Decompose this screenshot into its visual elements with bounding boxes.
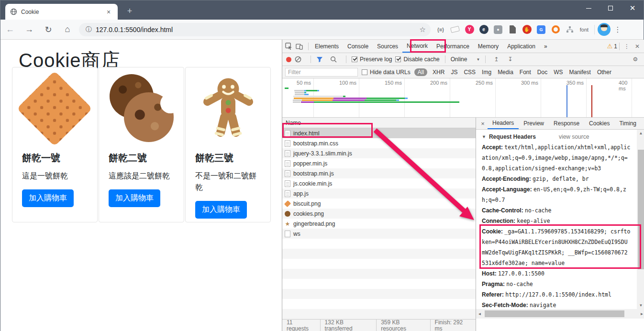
detail-close-icon[interactable]: × bbox=[478, 120, 488, 127]
filter-type-css[interactable]: CSS bbox=[463, 69, 477, 76]
filter-type-img[interactable]: Img bbox=[481, 69, 492, 76]
request-row-app.js[interactable]: app.js bbox=[282, 188, 476, 199]
hide-data-urls-toggle[interactable]: Hide data URLs bbox=[362, 69, 411, 76]
tab-memory[interactable]: Memory bbox=[474, 40, 503, 53]
disable-cache-checkbox[interactable] bbox=[395, 56, 401, 62]
devtools-menu-icon[interactable]: ⋮ bbox=[622, 43, 632, 50]
more-tabs-chevron[interactable]: » bbox=[540, 40, 552, 53]
request-row-bootstrap.min.js[interactable]: bootstrap.min.js bbox=[282, 168, 476, 178]
tab-elements[interactable]: Elements bbox=[311, 40, 343, 53]
preserve-log-checkbox[interactable] bbox=[352, 56, 357, 62]
address-bar[interactable]: ⓘ 127.0.0.1:5500/index.html ☆ bbox=[79, 23, 431, 36]
request-row-cookies.png[interactable]: cookies.png bbox=[282, 209, 476, 219]
filter-type-xhr[interactable]: XHR bbox=[432, 69, 445, 76]
filter-icon[interactable] bbox=[316, 56, 327, 63]
device-toolbar-icon[interactable] bbox=[296, 43, 306, 50]
filter-input[interactable] bbox=[285, 68, 358, 77]
navy-circle-extension-icon[interactable]: e bbox=[477, 23, 491, 36]
filter-type-all[interactable]: All bbox=[414, 68, 427, 76]
sitemap-extension-icon[interactable] bbox=[563, 23, 577, 36]
tab-network[interactable]: Network bbox=[402, 40, 432, 53]
home-icon[interactable]: ⌂ bbox=[58, 24, 77, 34]
shortcuts-extension-icon[interactable]: {≡} bbox=[433, 23, 448, 36]
devtools-close-icon[interactable]: ✕ bbox=[632, 43, 643, 50]
pink-circle-extension-icon[interactable]: Y bbox=[462, 23, 477, 36]
document-extension-icon[interactable] bbox=[505, 23, 520, 36]
maximize-button[interactable] bbox=[600, 0, 622, 16]
request-headers-section[interactable]: ▼ Request Headers view source bbox=[482, 133, 631, 140]
request-row-bootstrap.min.css[interactable]: bootstrap.min.css bbox=[282, 138, 476, 148]
adblock-hand-extension-icon[interactable]: ✋ bbox=[520, 23, 534, 36]
export-har-icon[interactable]: ↧ bbox=[505, 56, 515, 63]
reload-icon[interactable]: ↻ bbox=[39, 24, 58, 35]
waterfall-bar bbox=[317, 90, 319, 91]
back-icon[interactable]: ← bbox=[0, 24, 20, 34]
site-info-icon[interactable]: ⓘ bbox=[86, 25, 92, 34]
hide-data-urls-checkbox[interactable] bbox=[362, 69, 367, 75]
network-overview-timeline[interactable]: 50 ms100 ms150 ms200 ms250 ms300 ms350 m… bbox=[282, 78, 644, 118]
request-row-jquery-3.3.1.slim.min.js[interactable]: jquery-3.3.1.slim.min.js bbox=[282, 148, 476, 158]
vertical-scrollbar[interactable]: ▲ ▼ bbox=[637, 130, 644, 309]
vertical-scroll-thumb[interactable] bbox=[638, 150, 644, 269]
add-to-cart-button[interactable]: 加入購物車 bbox=[109, 189, 160, 207]
collapse-arrow-icon[interactable]: ▼ bbox=[482, 134, 486, 139]
request-row-biscuit.png[interactable]: biscuit.png bbox=[282, 199, 476, 209]
add-to-cart-button[interactable]: 加入購物車 bbox=[22, 189, 74, 207]
add-to-cart-button[interactable]: 加入購物車 bbox=[195, 201, 247, 219]
network-settings-gear-icon[interactable]: ⚙ bbox=[630, 56, 641, 63]
close-button[interactable]: ✕ bbox=[622, 0, 644, 16]
filter-type-doc[interactable]: Doc bbox=[536, 69, 548, 76]
detail-tab-preview[interactable]: Preview bbox=[519, 118, 549, 129]
filter-type-other[interactable]: Other bbox=[596, 69, 612, 76]
scroll-down-icon[interactable]: ▼ bbox=[637, 302, 644, 309]
warning-badge[interactable]: ⚠ 1 bbox=[607, 43, 617, 50]
clear-icon[interactable] bbox=[295, 56, 305, 63]
request-row-ws[interactable]: ws bbox=[282, 229, 476, 239]
bookmark-icon[interactable]: ☆ bbox=[420, 25, 426, 34]
filter-type-js[interactable]: JS bbox=[450, 69, 458, 76]
scroll-left-icon[interactable]: ◄ bbox=[476, 312, 483, 316]
line-app-extension-icon[interactable]: ● bbox=[491, 23, 505, 36]
request-row-popper.min.js[interactable]: popper.min.js bbox=[282, 158, 476, 168]
filter-type-media[interactable]: Media bbox=[497, 69, 514, 76]
scroll-up-icon[interactable]: ▲ bbox=[637, 130, 644, 137]
scroll-right-icon[interactable]: ► bbox=[638, 312, 644, 316]
detail-tab-cookies[interactable]: Cookies bbox=[584, 118, 614, 129]
horizontal-scroll-thumb[interactable] bbox=[485, 310, 624, 317]
profile-avatar[interactable] bbox=[598, 23, 611, 36]
detail-tab-response[interactable]: Response bbox=[549, 118, 584, 129]
request-row-gingerbread.png[interactable]: ★gingerbread.png bbox=[282, 219, 476, 229]
detail-tab-timing[interactable]: Timing bbox=[614, 118, 641, 129]
view-source-link[interactable]: view source bbox=[559, 133, 589, 140]
tab-sources[interactable]: Sources bbox=[373, 40, 402, 53]
url-text[interactable]: 127.0.0.1:5500/index.html bbox=[96, 26, 420, 33]
ticket-extension-icon[interactable] bbox=[448, 23, 462, 36]
tab-close-icon[interactable]: × bbox=[104, 8, 113, 16]
new-tab-button[interactable]: + bbox=[124, 6, 135, 16]
forward-icon[interactable]: → bbox=[20, 24, 39, 34]
translate-extension-icon[interactable]: G bbox=[534, 23, 548, 36]
minimize-button[interactable] bbox=[577, 0, 600, 16]
inspect-element-icon[interactable] bbox=[285, 43, 296, 50]
font-tool-extension-icon[interactable]: font bbox=[577, 23, 591, 36]
record-icon[interactable] bbox=[286, 57, 291, 62]
preserve-log-toggle[interactable]: Preserve log bbox=[352, 56, 392, 63]
request-row-index.html[interactable]: index.html bbox=[282, 128, 476, 138]
filter-type-ws[interactable]: WS bbox=[553, 69, 564, 76]
throttling-dropdown[interactable]: Online ▼ bbox=[451, 56, 480, 63]
tab-application[interactable]: Application bbox=[503, 40, 540, 53]
filter-type-manifest[interactable]: Manifest bbox=[568, 69, 592, 76]
import-har-icon[interactable]: ↥ bbox=[491, 56, 501, 63]
browser-tab[interactable]: Cookie × bbox=[5, 4, 118, 20]
tab-console[interactable]: Console bbox=[343, 40, 373, 53]
detail-tab-headers[interactable]: Headers bbox=[488, 118, 519, 129]
orange-ring-extension-icon[interactable] bbox=[548, 23, 563, 36]
horizontal-scrollbar[interactable]: ◄ ► bbox=[476, 309, 644, 319]
filter-type-font[interactable]: Font bbox=[519, 69, 532, 76]
disable-cache-toggle[interactable]: Disable cache bbox=[395, 56, 439, 63]
name-column-header[interactable]: Name bbox=[282, 118, 476, 128]
request-row-js.cookie.min.js[interactable]: js.cookie.min.js bbox=[282, 178, 476, 188]
tab-performance[interactable]: Performance bbox=[432, 40, 474, 53]
search-icon[interactable] bbox=[330, 56, 341, 63]
browser-menu-icon[interactable]: ⋮ bbox=[611, 25, 625, 34]
